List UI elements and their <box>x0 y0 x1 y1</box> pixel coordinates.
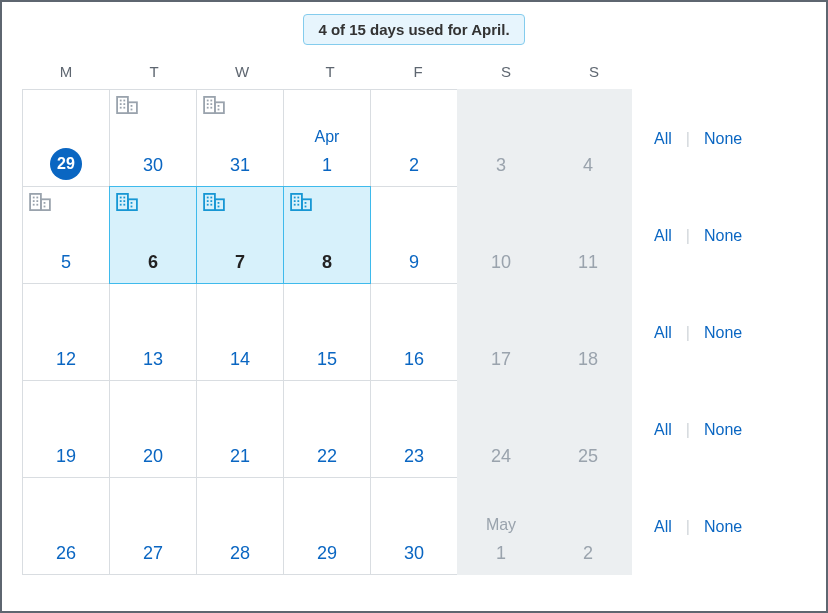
day-cell[interactable]: 8 <box>283 186 371 284</box>
svg-rect-30 <box>117 194 128 210</box>
dow-wed: W <box>198 57 286 90</box>
dow-tue: T <box>110 57 198 90</box>
day-cell[interactable]: May1 <box>457 477 545 575</box>
week-row: 567891011All|None <box>22 187 806 284</box>
day-cell[interactable]: 13 <box>109 283 197 381</box>
day-number: 2 <box>371 155 457 176</box>
svg-rect-20 <box>30 194 41 210</box>
select-all-link[interactable]: All <box>654 324 672 342</box>
building-icon <box>290 193 312 211</box>
day-cell[interactable]: 29 <box>283 477 371 575</box>
day-number: 9 <box>371 252 457 273</box>
select-all-link[interactable]: All <box>654 130 672 148</box>
day-number: 30 <box>371 543 457 564</box>
day-cell[interactable]: Apr1 <box>283 89 371 187</box>
day-cell[interactable]: 11 <box>544 186 632 284</box>
row-actions: All|None <box>632 90 806 187</box>
svg-rect-50 <box>291 194 302 210</box>
svg-rect-10 <box>204 97 215 113</box>
day-cell[interactable]: 19 <box>22 380 110 478</box>
day-number: 25 <box>545 446 631 467</box>
day-cell[interactable]: 18 <box>544 283 632 381</box>
day-cell[interactable]: 7 <box>196 186 284 284</box>
day-cell[interactable]: 23 <box>370 380 458 478</box>
day-cell[interactable]: 6 <box>109 186 197 284</box>
day-cell[interactable]: 24 <box>457 380 545 478</box>
separator: | <box>686 324 690 342</box>
day-cell[interactable]: 15 <box>283 283 371 381</box>
row-actions: All|None <box>632 478 806 575</box>
day-number: 29 <box>284 543 370 564</box>
day-cell[interactable]: 2 <box>544 477 632 575</box>
day-number: 17 <box>458 349 544 370</box>
day-number: 27 <box>110 543 196 564</box>
day-cell[interactable]: 22 <box>283 380 371 478</box>
select-none-link[interactable]: None <box>704 324 742 342</box>
day-cell[interactable]: 17 <box>457 283 545 381</box>
building-icon <box>116 96 138 114</box>
day-cell[interactable]: 20 <box>109 380 197 478</box>
day-cell[interactable]: 31 <box>196 89 284 187</box>
week-row: 19202122232425All|None <box>22 381 806 478</box>
day-number: 18 <box>545 349 631 370</box>
day-cell[interactable]: 27 <box>109 477 197 575</box>
row-actions: All|None <box>632 381 806 478</box>
day-cell[interactable]: 10 <box>457 186 545 284</box>
week-row: 12131415161718All|None <box>22 284 806 381</box>
day-number: 6 <box>110 252 196 273</box>
svg-rect-31 <box>128 199 137 210</box>
select-none-link[interactable]: None <box>704 227 742 245</box>
svg-rect-41 <box>215 199 224 210</box>
select-none-link[interactable]: None <box>704 130 742 148</box>
day-number: 26 <box>23 543 109 564</box>
day-number: 14 <box>197 349 283 370</box>
day-cell[interactable]: 30 <box>109 89 197 187</box>
day-cell[interactable]: 2 <box>370 89 458 187</box>
day-number: 24 <box>458 446 544 467</box>
day-number: 20 <box>110 446 196 467</box>
day-number: 2 <box>545 543 631 564</box>
day-number: 3 <box>458 155 544 176</box>
dow-fri: F <box>374 57 462 90</box>
building-icon <box>203 193 225 211</box>
building-icon <box>116 193 138 211</box>
day-number: 12 <box>23 349 109 370</box>
month-label: May <box>458 516 544 534</box>
separator: | <box>686 130 690 148</box>
dow-mon: M <box>22 57 110 90</box>
day-cell[interactable]: 25 <box>544 380 632 478</box>
day-cell[interactable]: 2929 <box>22 89 110 187</box>
separator: | <box>686 227 690 245</box>
calendar-panel: 4 of 15 days used for April. M T W T F S… <box>0 0 828 613</box>
row-actions: All|None <box>632 284 806 381</box>
separator: | <box>686 421 690 439</box>
day-cell[interactable]: 30 <box>370 477 458 575</box>
calendar: M T W T F S S 29293031Apr1234All|None567… <box>22 57 806 575</box>
select-none-link[interactable]: None <box>704 518 742 536</box>
day-cell[interactable]: 5 <box>22 186 110 284</box>
row-actions: All|None <box>632 187 806 284</box>
day-number: 11 <box>545 252 631 273</box>
day-cell[interactable]: 12 <box>22 283 110 381</box>
select-all-link[interactable]: All <box>654 421 672 439</box>
day-cell[interactable]: 28 <box>196 477 284 575</box>
select-all-link[interactable]: All <box>654 518 672 536</box>
day-cell[interactable]: 14 <box>196 283 284 381</box>
svg-rect-40 <box>204 194 215 210</box>
day-number: 4 <box>545 155 631 176</box>
day-cell[interactable]: 4 <box>544 89 632 187</box>
building-icon <box>29 193 51 211</box>
day-number: 15 <box>284 349 370 370</box>
select-all-link[interactable]: All <box>654 227 672 245</box>
day-cell[interactable]: 26 <box>22 477 110 575</box>
today-marker: 29 <box>50 148 82 180</box>
day-cell[interactable]: 16 <box>370 283 458 381</box>
day-cell[interactable]: 21 <box>196 380 284 478</box>
select-none-link[interactable]: None <box>704 421 742 439</box>
day-cell[interactable]: 9 <box>370 186 458 284</box>
day-number: 28 <box>197 543 283 564</box>
day-number: 7 <box>197 252 283 273</box>
day-cell[interactable]: 3 <box>457 89 545 187</box>
day-number: 19 <box>23 446 109 467</box>
day-number: 1 <box>458 543 544 564</box>
